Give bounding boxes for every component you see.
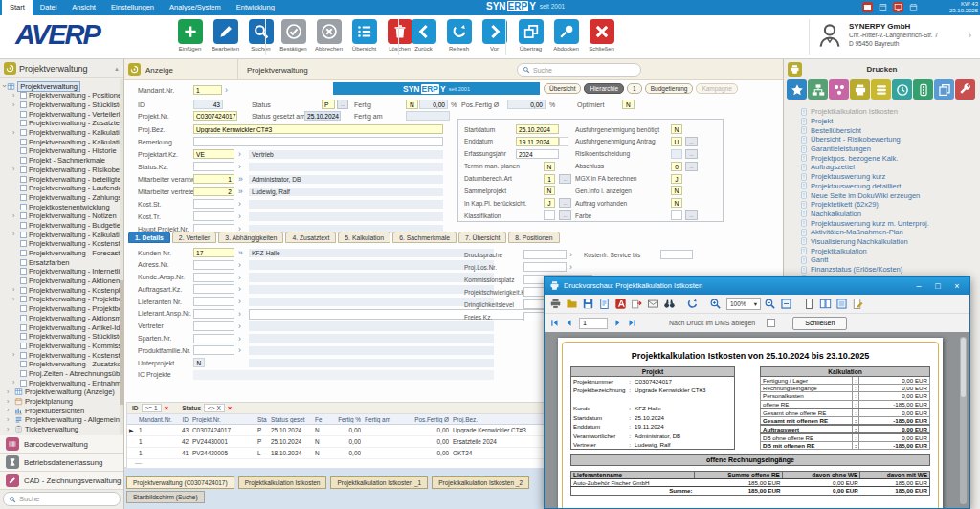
field-input[interactable]: 17 (193, 248, 234, 257)
field-input[interactable] (671, 149, 682, 159)
lookup-caret[interactable] (238, 199, 241, 209)
tree-item[interactable]: Projekt - Sachmerkmale (0, 156, 121, 166)
menu-item[interactable]: Einstellungen (103, 0, 162, 15)
print-report-item[interactable]: Projektkalkulation Istkosten (784, 107, 980, 117)
print-report-item[interactable]: Projektkalkulation (784, 246, 980, 255)
lookup-caret[interactable] (238, 273, 241, 282)
next-page-icon[interactable] (612, 317, 624, 329)
toolbar-button[interactable]: Abbrechen (313, 19, 345, 52)
folder-icon[interactable] (565, 297, 579, 311)
lookup-caret[interactable] (238, 248, 243, 257)
pdf-icon[interactable] (613, 297, 628, 311)
tree-item[interactable]: Ersatzfarben (0, 257, 121, 267)
field-input[interactable]: VE (193, 149, 234, 159)
toolbar-button[interactable]: Einfügen (174, 19, 206, 52)
dialog-titlebar[interactable]: Druckvorschau: Projektkalkulation Istkos… (545, 277, 969, 295)
field-input[interactable]: N (193, 358, 205, 367)
expand-icon[interactable] (12, 101, 18, 109)
lookup-dots-button[interactable] (559, 210, 571, 220)
tree-item[interactable]: Projektverwaltung - Zahlungs (0, 193, 121, 203)
tree-item[interactable]: Projektverwaltung - Zusatztext (0, 119, 121, 128)
zoomin-icon[interactable] (708, 297, 723, 311)
field-input[interactable]: J (544, 198, 555, 208)
tree-item[interactable]: Projektverwaltung - Kostenst. (0, 350, 121, 360)
main-search[interactable]: Suche (517, 63, 641, 77)
fitpage-icon[interactable] (779, 297, 793, 311)
print-report-item[interactable]: Projekt (784, 117, 980, 126)
print-report-item[interactable]: Projektpos. bezogene Kalk. (784, 153, 980, 163)
field-input[interactable]: 2024 (516, 149, 559, 159)
lookup-dots-button[interactable] (685, 162, 698, 171)
lookup-caret[interactable] (238, 345, 241, 355)
lookup-caret[interactable]: › (225, 85, 228, 95)
tree-item[interactable]: Projektverwaltung - Internetlin (0, 267, 121, 277)
company-info[interactable]: SYNERPY GmbH Chr.-Ritter-v.-Langheinrich… (816, 21, 971, 50)
fertig-input[interactable]: N (406, 100, 418, 109)
lookup-caret[interactable] (569, 250, 572, 259)
toolbar-button[interactable]: Zurück (408, 19, 439, 52)
tree-item[interactable]: Projektverwaltung - Kommissi (0, 342, 121, 351)
page-number-input[interactable]: 1 (579, 318, 608, 329)
lookup-caret[interactable] (238, 284, 241, 294)
toolbar-button[interactable]: Abdocken (550, 19, 582, 52)
print-report-item[interactable]: Gantt (784, 255, 980, 265)
lookup-caret[interactable] (238, 321, 241, 331)
close-preview-button[interactable]: Schließen (792, 317, 847, 330)
tree-item[interactable]: Projektverwaltung - Zusatzkos (0, 360, 121, 369)
field-input[interactable] (193, 273, 234, 282)
expand-icon[interactable] (12, 231, 18, 238)
tree-item[interactable]: Projektverwaltung - Aktionen (0, 277, 121, 286)
detail-tab[interactable]: 5. Kalkulation (338, 232, 390, 243)
print-report-item[interactable]: Aktivitäten-Maßnahmen-Plan (784, 228, 980, 237)
refresh-icon[interactable] (685, 297, 700, 311)
tree-view-item[interactable]: Projektverwaltung - Allgemein (0, 415, 121, 425)
projektnr-input[interactable]: C0307424017 (193, 111, 237, 121)
remove-filter-icon[interactable]: × (165, 405, 169, 412)
field-input[interactable] (193, 284, 234, 294)
remove-filter-icon[interactable]: × (228, 405, 233, 412)
window-tab[interactable]: Projektkalkulation Istkosten _2 (432, 476, 529, 489)
print-report-item[interactable]: Projektauswertung detailliert (784, 182, 980, 191)
window-tab[interactable]: Projektverwaltung (C0307424017) (126, 476, 234, 489)
column-header[interactable]: Fertig am (365, 416, 403, 423)
expand-icon[interactable] (7, 398, 12, 406)
field-input[interactable] (193, 334, 234, 343)
field-input[interactable]: 1 (544, 174, 555, 184)
star-icon[interactable] (787, 79, 807, 100)
printer-icon[interactable] (850, 79, 870, 100)
field-input[interactable] (671, 210, 682, 220)
tree-view-item[interactable]: Ticketverwaltung (0, 425, 121, 434)
tree-item[interactable]: Projektverwaltung - Kostenste (0, 239, 121, 249)
status-input[interactable]: P (322, 100, 335, 109)
expand-icon[interactable] (12, 212, 18, 220)
field-input[interactable] (193, 345, 234, 355)
print-report-item[interactable]: Übersicht - Risikobewertung (784, 135, 980, 144)
expand-icon[interactable] (12, 92, 18, 100)
field-input[interactable]: J (671, 174, 682, 184)
wrench-icon[interactable] (955, 79, 975, 100)
toolbar-button[interactable]: Schließen (586, 19, 617, 52)
zoomout-icon[interactable] (763, 297, 777, 311)
print-report-item[interactable]: Finanzstatus (Erlöse/Kosten) (784, 265, 980, 275)
field-input[interactable]: 2 (193, 187, 234, 196)
expand-icon[interactable] (12, 129, 18, 137)
print-report-item[interactable]: Garantieleistungen (784, 144, 980, 154)
expand-icon[interactable] (7, 388, 12, 396)
detail-tab[interactable]: 1. Details (128, 232, 170, 243)
field-input[interactable]: Upgrade Kernwickler CT#3 (193, 124, 443, 134)
detail-tab[interactable]: 6. Sachmerkmale (392, 232, 457, 243)
optimiert-input[interactable]: N (622, 100, 635, 109)
tree-item[interactable]: Projektverwaltung - Aktionsm (0, 314, 121, 323)
detail-tab[interactable]: 3. Abhängigkeiten (218, 232, 283, 243)
minimize-button[interactable]: – (911, 281, 926, 291)
field-input[interactable]: N (671, 198, 682, 208)
detail-tab[interactable]: 7. Übersicht (458, 232, 506, 243)
lookup-caret[interactable] (238, 309, 241, 319)
module-item[interactable]: Betriebsdatenerfassung (0, 454, 123, 472)
column-header[interactable]: Fe (315, 416, 326, 423)
tree-item[interactable]: Projektverwaltung - Verteilerlis (0, 109, 121, 119)
lookup-caret[interactable] (238, 149, 241, 159)
molecules-icon[interactable] (829, 79, 849, 100)
detail-tab[interactable]: 8. Positionen (508, 232, 559, 243)
expand-icon[interactable] (12, 296, 18, 303)
